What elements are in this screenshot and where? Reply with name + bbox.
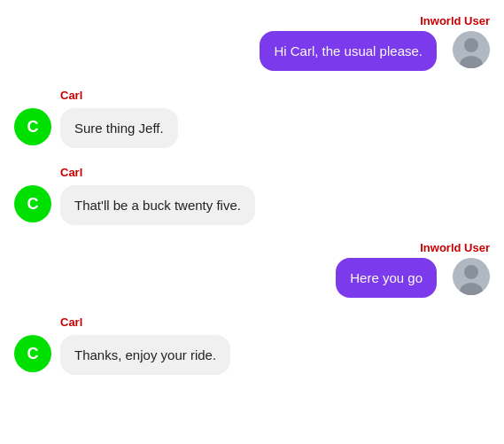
bubble-3: That'll be a buck twenty five. xyxy=(60,185,255,225)
avatar-inworld-2 xyxy=(453,258,490,295)
sender-name-carl-3: Carl xyxy=(60,315,82,329)
carl-header-3: Carl xyxy=(14,314,490,330)
sender-name-carl-1: Carl xyxy=(60,89,82,102)
user-avatar-icon-2 xyxy=(453,258,490,295)
carl-header-1: Carl xyxy=(14,87,490,103)
message-row-2: C Sure thing Jeff. xyxy=(0,108,504,148)
message-row-3: C That'll be a buck twenty five. xyxy=(0,185,504,225)
bubble-1: Hi Carl, the usual please. xyxy=(260,31,437,71)
sender-name-inworld-2: Inworld User xyxy=(420,241,490,254)
sender-name-1: Inworld User xyxy=(420,14,490,27)
svg-point-4 xyxy=(464,265,478,279)
avatar-carl-3: C xyxy=(14,335,51,372)
bubble-2: Sure thing Jeff. xyxy=(60,108,178,148)
message-row-5: C Thanks, enjoy your ride. xyxy=(0,335,504,375)
svg-point-1 xyxy=(464,38,478,52)
carl-header-2: Carl xyxy=(14,164,490,180)
sender-block-4: Inworld User Here you go xyxy=(336,241,490,298)
bubble-4: Here you go xyxy=(336,258,437,298)
bubble-5: Thanks, enjoy your ride. xyxy=(60,335,230,375)
message-row-1: Inworld User Hi Carl, the usual please. xyxy=(0,14,504,71)
avatar-carl-2: C xyxy=(14,185,51,222)
sender-block-1: Inworld User Hi Carl, the usual please. xyxy=(260,14,490,71)
sender-name-carl-2: Carl xyxy=(60,166,82,179)
message-row-4: Inworld User Here you go xyxy=(0,241,504,298)
avatar-inworld-1 xyxy=(453,31,490,68)
user-avatar-icon xyxy=(453,31,490,68)
avatar-carl-1: C xyxy=(14,108,51,145)
